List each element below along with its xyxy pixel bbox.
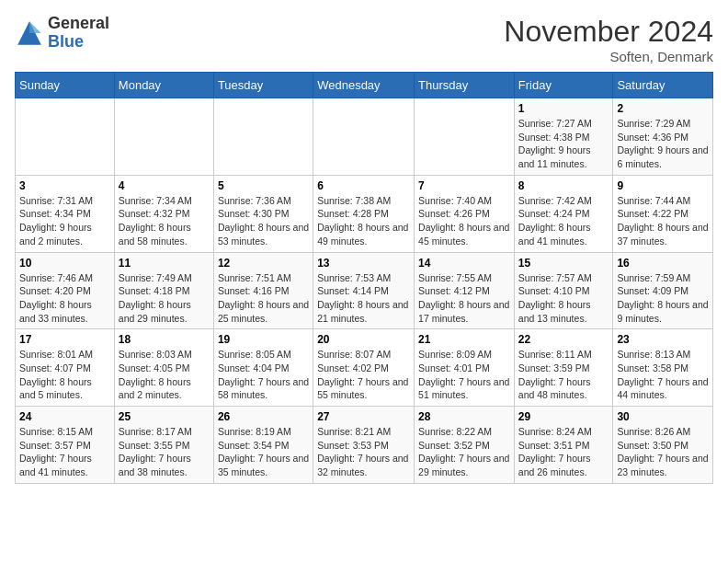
day-number: 13 <box>317 257 410 270</box>
day-cell: 12Sunrise: 7:51 AMSunset: 4:16 PMDayligh… <box>213 252 313 329</box>
column-header-tuesday: Tuesday <box>213 73 313 98</box>
day-info: Sunrise: 7:34 AMSunset: 4:32 PMDaylight:… <box>119 194 210 248</box>
header: General Blue November 2024 Soften, Denma… <box>15 15 713 64</box>
day-cell <box>415 98 515 176</box>
day-info: Sunrise: 8:15 AMSunset: 3:57 PMDaylight:… <box>19 425 110 479</box>
week-row-1: 1Sunrise: 7:27 AMSunset: 4:38 PMDaylight… <box>16 98 713 176</box>
day-info: Sunrise: 7:51 AMSunset: 4:16 PMDaylight:… <box>218 271 309 326</box>
day-cell: 21Sunrise: 8:09 AMSunset: 4:01 PMDayligh… <box>415 329 515 407</box>
calendar-table: SundayMondayTuesdayWednesdayThursdayFrid… <box>15 72 713 484</box>
day-number: 20 <box>317 333 410 346</box>
day-cell: 15Sunrise: 7:57 AMSunset: 4:10 PMDayligh… <box>514 252 613 329</box>
day-info: Sunrise: 7:42 AMSunset: 4:24 PMDaylight:… <box>518 194 609 248</box>
column-header-saturday: Saturday <box>613 73 713 98</box>
day-number: 2 <box>617 102 709 115</box>
day-number: 18 <box>119 333 210 346</box>
day-number: 16 <box>617 257 709 270</box>
day-info: Sunrise: 8:07 AMSunset: 4:02 PMDaylight:… <box>317 348 410 402</box>
day-cell: 27Sunrise: 8:21 AMSunset: 3:53 PMDayligh… <box>313 407 415 484</box>
logo-general-text: General <box>48 15 109 33</box>
day-info: Sunrise: 7:27 AMSunset: 4:38 PMDaylight:… <box>518 117 609 171</box>
column-header-wednesday: Wednesday <box>313 73 415 98</box>
day-cell: 17Sunrise: 8:01 AMSunset: 4:07 PMDayligh… <box>16 329 115 407</box>
day-number: 14 <box>418 257 510 270</box>
day-cell: 18Sunrise: 8:03 AMSunset: 4:05 PMDayligh… <box>114 329 213 407</box>
day-info: Sunrise: 8:21 AMSunset: 3:53 PMDaylight:… <box>317 425 410 479</box>
day-info: Sunrise: 8:09 AMSunset: 4:01 PMDaylight:… <box>418 348 510 402</box>
column-header-thursday: Thursday <box>415 73 515 98</box>
day-number: 27 <box>317 410 410 423</box>
day-info: Sunrise: 8:26 AMSunset: 3:50 PMDaylight:… <box>617 425 709 479</box>
day-info: Sunrise: 7:31 AMSunset: 4:34 PMDaylight:… <box>19 194 110 248</box>
day-number: 6 <box>317 179 410 192</box>
day-info: Sunrise: 8:17 AMSunset: 3:55 PMDaylight:… <box>119 425 210 479</box>
day-number: 24 <box>19 410 110 423</box>
week-row-3: 10Sunrise: 7:46 AMSunset: 4:20 PMDayligh… <box>16 252 713 329</box>
logo-blue-text: Blue <box>48 33 109 52</box>
day-cell <box>213 98 313 176</box>
location-subtitle: Soften, Denmark <box>504 49 713 64</box>
day-cell <box>16 98 115 176</box>
day-number: 25 <box>119 410 210 423</box>
day-info: Sunrise: 8:19 AMSunset: 3:54 PMDaylight:… <box>218 425 309 479</box>
day-info: Sunrise: 7:55 AMSunset: 4:12 PMDaylight:… <box>418 271 510 326</box>
day-number: 26 <box>218 410 309 423</box>
day-info: Sunrise: 8:03 AMSunset: 4:05 PMDaylight:… <box>119 348 210 402</box>
day-cell: 13Sunrise: 7:53 AMSunset: 4:14 PMDayligh… <box>313 252 415 329</box>
day-info: Sunrise: 7:53 AMSunset: 4:14 PMDaylight:… <box>317 271 410 326</box>
day-cell: 19Sunrise: 8:05 AMSunset: 4:04 PMDayligh… <box>213 329 313 407</box>
day-cell: 11Sunrise: 7:49 AMSunset: 4:18 PMDayligh… <box>114 252 213 329</box>
day-cell: 9Sunrise: 7:44 AMSunset: 4:22 PMDaylight… <box>613 175 713 252</box>
day-cell: 2Sunrise: 7:29 AMSunset: 4:36 PMDaylight… <box>613 98 713 176</box>
day-number: 23 <box>617 333 709 346</box>
day-cell: 14Sunrise: 7:55 AMSunset: 4:12 PMDayligh… <box>415 252 515 329</box>
day-cell: 10Sunrise: 7:46 AMSunset: 4:20 PMDayligh… <box>16 252 115 329</box>
day-cell: 28Sunrise: 8:22 AMSunset: 3:52 PMDayligh… <box>415 407 515 484</box>
day-number: 22 <box>518 333 609 346</box>
logo-icon <box>15 18 44 48</box>
day-cell: 8Sunrise: 7:42 AMSunset: 4:24 PMDaylight… <box>514 175 613 252</box>
day-info: Sunrise: 8:05 AMSunset: 4:04 PMDaylight:… <box>218 348 309 402</box>
day-number: 17 <box>19 333 110 346</box>
day-cell: 25Sunrise: 8:17 AMSunset: 3:55 PMDayligh… <box>114 407 213 484</box>
svg-marker-1 <box>29 21 41 33</box>
day-number: 11 <box>119 257 210 270</box>
day-number: 19 <box>218 333 309 346</box>
day-number: 30 <box>617 410 709 423</box>
day-info: Sunrise: 7:59 AMSunset: 4:09 PMDaylight:… <box>617 271 709 326</box>
day-info: Sunrise: 8:22 AMSunset: 3:52 PMDaylight:… <box>418 425 510 479</box>
week-row-4: 17Sunrise: 8:01 AMSunset: 4:07 PMDayligh… <box>16 329 713 407</box>
column-header-monday: Monday <box>114 73 213 98</box>
calendar-body: 1Sunrise: 7:27 AMSunset: 4:38 PMDaylight… <box>16 98 713 484</box>
day-cell: 3Sunrise: 7:31 AMSunset: 4:34 PMDaylight… <box>16 175 115 252</box>
day-cell <box>313 98 415 176</box>
day-number: 1 <box>518 102 609 115</box>
day-cell: 4Sunrise: 7:34 AMSunset: 4:32 PMDaylight… <box>114 175 213 252</box>
day-info: Sunrise: 7:40 AMSunset: 4:26 PMDaylight:… <box>418 194 510 248</box>
day-info: Sunrise: 7:49 AMSunset: 4:18 PMDaylight:… <box>119 271 210 326</box>
day-number: 8 <box>518 179 609 192</box>
day-cell: 16Sunrise: 7:59 AMSunset: 4:09 PMDayligh… <box>613 252 713 329</box>
day-cell: 26Sunrise: 8:19 AMSunset: 3:54 PMDayligh… <box>213 407 313 484</box>
day-cell: 20Sunrise: 8:07 AMSunset: 4:02 PMDayligh… <box>313 329 415 407</box>
day-number: 10 <box>19 257 110 270</box>
logo: General Blue <box>15 15 109 52</box>
day-number: 5 <box>218 179 309 192</box>
day-number: 28 <box>418 410 510 423</box>
day-number: 12 <box>218 257 309 270</box>
day-info: Sunrise: 8:01 AMSunset: 4:07 PMDaylight:… <box>19 348 110 402</box>
day-cell <box>114 98 213 176</box>
day-info: Sunrise: 7:44 AMSunset: 4:22 PMDaylight:… <box>617 194 709 248</box>
day-number: 9 <box>617 179 709 192</box>
column-header-friday: Friday <box>514 73 613 98</box>
day-info: Sunrise: 7:36 AMSunset: 4:30 PMDaylight:… <box>218 194 309 248</box>
calendar-header: SundayMondayTuesdayWednesdayThursdayFrid… <box>16 73 713 98</box>
day-number: 4 <box>119 179 210 192</box>
day-info: Sunrise: 7:57 AMSunset: 4:10 PMDaylight:… <box>518 271 609 326</box>
day-info: Sunrise: 7:46 AMSunset: 4:20 PMDaylight:… <box>19 271 110 326</box>
day-info: Sunrise: 7:29 AMSunset: 4:36 PMDaylight:… <box>617 117 709 171</box>
day-cell: 23Sunrise: 8:13 AMSunset: 3:58 PMDayligh… <box>613 329 713 407</box>
day-cell: 7Sunrise: 7:40 AMSunset: 4:26 PMDaylight… <box>415 175 515 252</box>
header-row: SundayMondayTuesdayWednesdayThursdayFrid… <box>16 73 713 98</box>
day-info: Sunrise: 7:38 AMSunset: 4:28 PMDaylight:… <box>317 194 410 248</box>
